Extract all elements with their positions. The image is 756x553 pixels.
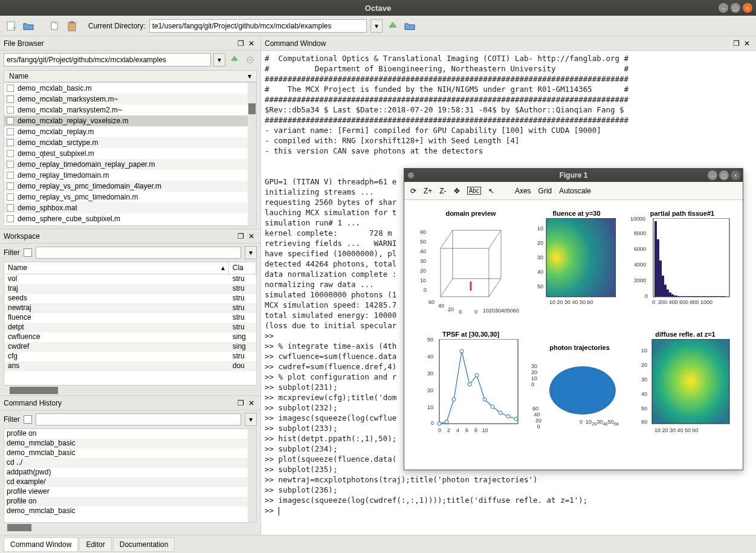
workspace-row[interactable]: detptstru xyxy=(4,323,256,332)
history-row[interactable]: demo_mmclab_basic xyxy=(4,448,256,458)
file-list-scrollbar[interactable] xyxy=(248,83,256,225)
history-filter-dropdown[interactable]: ▾ xyxy=(245,413,257,426)
history-row[interactable]: demo_mmclab_basic xyxy=(4,506,256,516)
file-row[interactable]: demo_mcxlab_basic.m xyxy=(4,83,256,94)
up-dir-icon[interactable] xyxy=(386,19,399,33)
history-list[interactable]: profile ondemo_mmclab_basicdemo_mmclab_b… xyxy=(4,428,257,523)
var-class: stru xyxy=(229,352,256,361)
close-panel-icon[interactable]: ✕ xyxy=(248,39,257,48)
history-row[interactable]: profile viewer xyxy=(4,487,256,497)
workspace-filter-dropdown[interactable]: ▾ xyxy=(245,246,257,259)
history-filter-input[interactable] xyxy=(36,413,241,425)
workspace-hscrollbar[interactable] xyxy=(4,386,257,395)
history-hscrollbar[interactable] xyxy=(4,523,257,532)
figure-maximize-button[interactable]: ◻ xyxy=(719,170,729,180)
file-name: demo_qtest_subpixel.m xyxy=(18,149,94,158)
workspace-row[interactable]: ansdou xyxy=(4,361,256,371)
figure-close-button[interactable]: × xyxy=(731,170,740,180)
workspace-row[interactable]: trajstru xyxy=(4,284,256,294)
file-row[interactable]: demo_mcxlab_srctype.m xyxy=(4,137,256,148)
close-panel-icon[interactable]: ✕ xyxy=(248,399,257,407)
history-row[interactable]: profile on xyxy=(4,497,256,506)
workspace-row[interactable]: cfgstru xyxy=(4,352,256,361)
history-filter-checkbox[interactable] xyxy=(24,415,32,424)
figure-minimize-button[interactable]: – xyxy=(708,170,717,180)
tab-documentation[interactable]: Documentation xyxy=(113,537,175,552)
file-browser-column-header[interactable]: Name ▾ xyxy=(4,70,257,82)
workspace-name-column[interactable]: Name ▴ xyxy=(4,262,229,274)
open-folder-icon[interactable] xyxy=(22,19,35,33)
file-row[interactable]: demo_replay_vs_pmc_timedomain.m xyxy=(4,192,256,202)
file-browser-path-dropdown[interactable]: ▾ xyxy=(213,53,225,66)
workspace-row[interactable]: seedsstru xyxy=(4,294,256,303)
history-row[interactable]: profile on xyxy=(4,429,256,439)
zoom-out-button[interactable]: Z- xyxy=(439,187,446,195)
copy-icon[interactable] xyxy=(48,19,62,33)
workspace-table[interactable]: Name ▴ Cla volstrutrajstruseedsstrunewtr… xyxy=(4,262,257,386)
var-name: cwdref xyxy=(4,342,229,352)
undock-icon[interactable]: ❐ xyxy=(237,39,246,48)
figure-window[interactable]: Figure 1 – ◻ × ⟳ Z+ Z- ✥ Abc ↖ Axes Grid… xyxy=(404,168,743,470)
maximize-button[interactable]: ◻ xyxy=(731,3,740,13)
workspace-row[interactable]: volstru xyxy=(4,274,256,284)
tab-editor[interactable]: Editor xyxy=(79,537,111,552)
minimize-button[interactable]: – xyxy=(719,3,728,13)
history-row[interactable]: cd example/ xyxy=(4,477,256,487)
subplot-title: diffuse refle. at z=1 xyxy=(640,331,731,338)
file-row[interactable]: demo_mcxlab_marksystem2.m~ xyxy=(4,105,256,115)
file-browser-up-icon[interactable] xyxy=(228,53,241,66)
scrollbar-thumb[interactable] xyxy=(7,524,31,531)
new-file-icon[interactable]: + xyxy=(5,19,18,33)
scrollbar-thumb[interactable] xyxy=(248,103,256,114)
workspace-filter-checkbox[interactable] xyxy=(24,248,32,257)
paste-icon[interactable] xyxy=(65,19,79,33)
undock-icon[interactable]: ❐ xyxy=(237,232,246,241)
current-dir-input[interactable] xyxy=(149,19,367,33)
figure-titlebar[interactable]: Figure 1 – ◻ × xyxy=(404,169,743,182)
autoscale-button[interactable]: Autoscale xyxy=(559,187,591,195)
history-scrollbar[interactable] xyxy=(248,429,256,522)
main-toolbar: + Current Directory: ▾ xyxy=(0,16,756,36)
file-row[interactable]: demo_replay_vs_pmc_timedomain_4layer.m xyxy=(4,181,256,192)
workspace-class-column[interactable]: Cla xyxy=(229,262,256,274)
undock-icon[interactable]: ❐ xyxy=(733,39,741,48)
file-list[interactable]: demo_mcxlab_basic.mdemo_mcxlab_marksyste… xyxy=(4,82,257,226)
pointer-icon[interactable]: ↖ xyxy=(488,187,494,195)
file-row[interactable]: demo_mcxlab_replay.m xyxy=(4,126,256,137)
file-row[interactable]: demo_mcxlab_replay_voxelsize.m xyxy=(4,115,256,126)
history-row[interactable]: demo_mmclab_basic xyxy=(4,439,256,448)
workspace-row[interactable]: cwdrefsing xyxy=(4,342,256,352)
rotate-icon[interactable]: ⟳ xyxy=(410,187,416,195)
history-row[interactable]: cd ../ xyxy=(4,458,256,468)
zoom-in-button[interactable]: Z+ xyxy=(424,187,432,195)
subplot-title: domain preview xyxy=(422,210,519,217)
undock-icon[interactable]: ❐ xyxy=(237,399,246,407)
file-row[interactable]: demo_replay_timedomain.m xyxy=(4,170,256,181)
close-panel-icon[interactable]: ✕ xyxy=(744,39,752,48)
text-icon[interactable]: Abc xyxy=(467,187,481,195)
file-row[interactable]: demo_mcxlab_marksystem.m~ xyxy=(4,94,256,105)
close-panel-icon[interactable]: ✕ xyxy=(248,232,257,241)
current-dir-dropdown[interactable]: ▾ xyxy=(370,19,383,33)
workspace-filter-input[interactable] xyxy=(36,247,241,259)
file-browser-gear-icon[interactable] xyxy=(244,53,257,66)
file-row[interactable]: demo_qtest_subpixel.m xyxy=(4,148,256,159)
file-browser-path-input[interactable] xyxy=(4,53,211,66)
axes-button[interactable]: Axes xyxy=(515,187,531,195)
file-row[interactable]: demo_sphbox.mat xyxy=(4,202,256,213)
file-row[interactable]: demo_sphere_cube_subpixel.m xyxy=(4,213,256,224)
file-icon xyxy=(7,117,14,125)
file-row[interactable]: demo_replay_timedomain_replay_paper.m xyxy=(4,159,256,170)
grid-button[interactable]: Grid xyxy=(538,187,552,195)
browse-folder-icon[interactable] xyxy=(403,19,416,33)
scrollbar-thumb[interactable] xyxy=(10,387,58,394)
workspace-row[interactable]: cwfluencesing xyxy=(4,332,256,342)
workspace-row[interactable]: fluencestru xyxy=(4,313,256,323)
tab-command-window[interactable]: Command Window xyxy=(4,537,78,552)
workspace-table-header[interactable]: Name ▴ Cla xyxy=(4,262,256,274)
workspace-row[interactable]: newtrajstru xyxy=(4,303,256,313)
close-button[interactable]: × xyxy=(743,3,752,13)
pan-icon[interactable]: ✥ xyxy=(454,187,460,195)
history-row[interactable]: addpath(pwd) xyxy=(4,468,256,477)
file-icon xyxy=(7,85,14,92)
